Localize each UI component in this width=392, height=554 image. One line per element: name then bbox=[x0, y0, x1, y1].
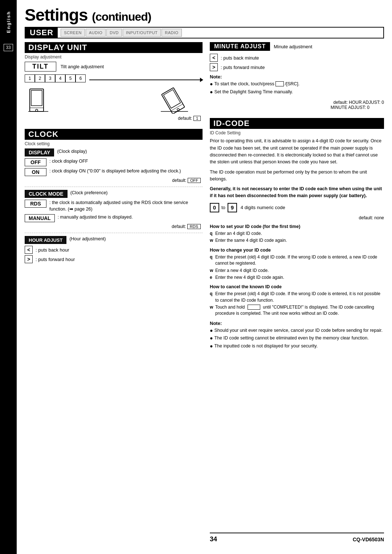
clock-mode-row: CLOCK MODE (Clock preference) bbox=[25, 190, 203, 198]
hour-adjust-box: HOUR ADJUST bbox=[25, 236, 66, 244]
forward-minute-arrow: > bbox=[210, 63, 218, 71]
hour-adjust-desc-text: Hour adjustment bbox=[71, 236, 105, 241]
clock-display-row: DISPLAY (Clock display) bbox=[25, 148, 203, 156]
sidebar: English 33 bbox=[0, 0, 17, 554]
rds-row: RDS : the clock is automatically adjuste… bbox=[25, 200, 203, 212]
tilt-desc: Tilt angle adjustment bbox=[61, 64, 104, 69]
letter-q3: q bbox=[210, 291, 213, 297]
tab-audio[interactable]: AUDIO bbox=[86, 29, 106, 37]
tilt-arrow bbox=[89, 77, 203, 82]
letter-w2: w bbox=[210, 268, 213, 274]
hour-adjust-row: HOUR ADJUST (Hour adjustment) bbox=[25, 236, 203, 244]
user-header: USER SCREEN AUDIO DVD INPUT/OUTPUT RADIO bbox=[25, 27, 384, 38]
tilt-default-value: 1 bbox=[193, 116, 201, 121]
minute-note-title: Note: bbox=[210, 74, 384, 80]
tab-radio[interactable]: RADIO bbox=[162, 29, 181, 37]
main-content: Settings (continued) USER SCREEN AUDIO D… bbox=[17, 0, 392, 554]
minute-adjust-section: MINUTE ADJUST Minute adjustment < : puts… bbox=[210, 42, 384, 114]
tilt-positions: 1 2 3 4 5 6 bbox=[25, 74, 86, 82]
how-to-set-title: How to set your ID code (for the first t… bbox=[210, 224, 384, 229]
tilt-pos-3: 3 bbox=[45, 74, 55, 82]
clock-mode-default-label: default: bbox=[172, 224, 186, 229]
device-upright-icon bbox=[28, 87, 48, 114]
id-code-label: ID Code Setting bbox=[210, 130, 384, 135]
id-default: default: none bbox=[210, 215, 384, 220]
minute-note-2: ● Set the Daylight Saving Time manually. bbox=[210, 89, 384, 96]
dashed-divider-2 bbox=[25, 233, 203, 233]
minute-note: Note: ● To start the clock, touch/press … bbox=[210, 74, 384, 95]
tab-input-output[interactable]: INPUT/OUTPUT bbox=[123, 29, 161, 37]
tilt-arrow-line bbox=[89, 80, 203, 80]
bullet-2: ● bbox=[210, 89, 213, 96]
id-code-section: ID-CODE ID Code Setting Prior to operati… bbox=[210, 118, 384, 354]
how-to-change: How to change your ID code q Enter the p… bbox=[210, 248, 384, 281]
minute-defaults: default: HOUR ADJUST: 0 MINUTE ADJUST: 0 bbox=[210, 100, 384, 110]
clock-off-desc: : clock display OFF bbox=[49, 158, 203, 165]
rds-desc: : the clock is automatically adjusted us… bbox=[49, 200, 203, 212]
clock-mode-desc-text: Clock preference bbox=[72, 190, 106, 195]
letter-q2: q bbox=[210, 254, 213, 260]
default-hour: default: HOUR ADJUST: 0 bbox=[210, 100, 384, 105]
back-hour-arrow: < bbox=[25, 246, 33, 254]
tilt-box: TILT bbox=[25, 62, 56, 72]
letter-w3: w bbox=[210, 304, 213, 310]
clock-default-label: default: bbox=[172, 178, 186, 183]
how-to-change-q: q Enter the preset (old) 4 digit ID code… bbox=[210, 254, 384, 267]
clock-mode-box: CLOCK MODE bbox=[25, 190, 68, 198]
device-tilted-icon bbox=[161, 87, 188, 114]
clock-mode-desc: (Clock preference) bbox=[70, 190, 203, 196]
svg-rect-0 bbox=[30, 89, 44, 111]
back-hour-row: < : puts back hour bbox=[25, 246, 203, 254]
note1-text: To start the clock, touch/press /[SRC]. bbox=[214, 81, 299, 87]
tilt-default-label: default: bbox=[178, 116, 192, 121]
tilt-pos-1: 1 bbox=[25, 74, 35, 82]
back-hour-desc: : puts back hour bbox=[36, 247, 69, 253]
how-to-change-title: How to change your ID code bbox=[210, 248, 384, 253]
letter-w1: w bbox=[210, 237, 213, 244]
display-unit-section: DISPLAY UNIT Display adjustment TILT Til… bbox=[25, 42, 203, 125]
forward-hour-desc: : puts forward hour bbox=[36, 257, 75, 262]
minute-note-1: ● To start the clock, touch/press /[SRC]… bbox=[210, 81, 384, 88]
clock-on-desc: : clock display ON ("0:00" is displayed … bbox=[49, 168, 203, 175]
note1-pre: To start the clock, touch/press bbox=[214, 81, 274, 86]
how-change-q-text: Enter the preset (old) 4 digit ID code. … bbox=[215, 254, 384, 267]
how-cancel-q-text: Enter the preset (old) 4 digit ID code. … bbox=[215, 291, 384, 304]
how-to-cancel: How to cancel the known ID code q Enter … bbox=[210, 284, 384, 317]
id-note-3-text: The inputted code is not displayed for y… bbox=[214, 343, 318, 350]
title-suffix: (continued) bbox=[92, 10, 151, 23]
user-tabs: SCREEN AUDIO DVD INPUT/OUTPUT RADIO bbox=[58, 28, 182, 38]
clock-mode-default: default: RDS bbox=[25, 224, 203, 229]
id-note-1: ● Should your unit ever require service,… bbox=[210, 327, 384, 334]
how-to-cancel-w: w Touch and hold until "COMPLETED!" is d… bbox=[210, 304, 384, 317]
digit-0: 0 bbox=[210, 203, 219, 212]
tilt-pos-5: 5 bbox=[65, 74, 75, 82]
tab-screen[interactable]: SCREEN bbox=[61, 29, 85, 37]
bullet-4: ● bbox=[210, 335, 213, 342]
forward-minute-desc: : puts forward minute bbox=[221, 65, 265, 70]
title-text: Settings bbox=[25, 5, 87, 24]
manual-row: MANUAL : manually adjusted time is displ… bbox=[25, 214, 203, 222]
id-note-2-text: The ID code setting cannot be eliminated… bbox=[214, 335, 368, 342]
note1-src: /[SRC] bbox=[285, 81, 298, 86]
note2-text: Set the Daylight Saving Time manually. bbox=[214, 89, 293, 95]
digit-desc: 4 digits numeric code bbox=[241, 205, 285, 210]
cancel-w-pre: Touch and hold bbox=[215, 305, 245, 310]
tilt-illustrations bbox=[25, 87, 203, 114]
bullet-1: ● bbox=[210, 81, 213, 88]
bullet-3: ● bbox=[210, 327, 213, 334]
back-minute-arrow: < bbox=[210, 54, 218, 62]
page-title: Settings (continued) bbox=[25, 7, 384, 23]
display-unit-label: Display adjustment bbox=[25, 54, 203, 60]
id-note-2: ● The ID code setting cannot be eliminat… bbox=[210, 335, 384, 342]
two-column-layout: DISPLAY UNIT Display adjustment TILT Til… bbox=[25, 42, 384, 543]
left-column: DISPLAY UNIT Display adjustment TILT Til… bbox=[25, 42, 203, 543]
clock-header: CLOCK bbox=[25, 129, 203, 140]
clock-display-default: default: OFF bbox=[25, 178, 203, 183]
how-to-set-q: q Enter an 4 digit ID code. bbox=[210, 231, 384, 237]
tab-dvd[interactable]: DVD bbox=[106, 29, 122, 37]
letter-q1: q bbox=[210, 231, 213, 237]
clock-section: CLOCK Clock setting DISPLAY (Clock displ… bbox=[25, 129, 203, 265]
minute-adjust-header: MINUTE ADJUST Minute adjustment bbox=[210, 42, 384, 51]
tilt-default-line: default: 1 bbox=[25, 116, 203, 121]
display-unit-header: DISPLAY UNIT bbox=[25, 42, 203, 53]
